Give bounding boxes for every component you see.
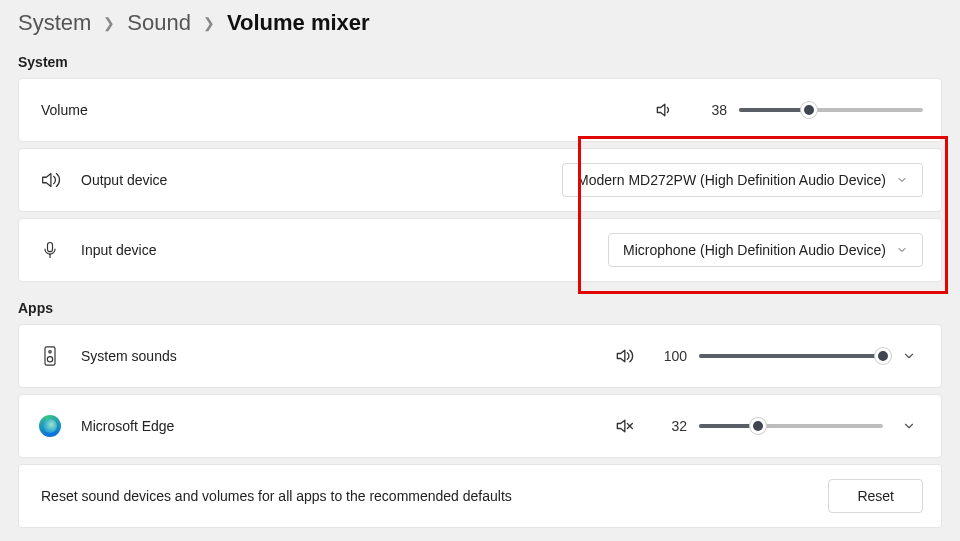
svg-point-3 — [49, 351, 52, 354]
app-edge-label: Microsoft Edge — [81, 418, 611, 434]
speaker-muted-icon[interactable] — [611, 416, 637, 436]
app-system-sounds-slider[interactable] — [699, 346, 883, 366]
chevron-right-icon: ❯ — [103, 15, 115, 31]
chevron-right-icon: ❯ — [203, 15, 215, 31]
app-edge-row: Microsoft Edge 32 — [18, 394, 942, 458]
input-device-dropdown[interactable]: Microphone (High Definition Audio Device… — [608, 233, 923, 267]
speaker-icon[interactable] — [611, 346, 637, 366]
app-system-sounds-row: System sounds 100 — [18, 324, 942, 388]
reset-row: Reset sound devices and volumes for all … — [18, 464, 942, 528]
breadcrumb-current: Volume mixer — [227, 10, 370, 36]
input-device-selected: Microphone (High Definition Audio Device… — [623, 242, 886, 258]
output-device-selected: Modern MD272PW (High Definition Audio De… — [577, 172, 886, 188]
section-label-apps: Apps — [18, 300, 942, 316]
edge-icon — [37, 415, 63, 437]
output-device-dropdown[interactable]: Modern MD272PW (High Definition Audio De… — [562, 163, 923, 197]
app-system-sounds-label: System sounds — [81, 348, 611, 364]
chevron-down-icon — [896, 244, 908, 256]
section-label-system: System — [18, 54, 942, 70]
speaker-device-icon — [37, 344, 63, 368]
app-edge-value: 32 — [661, 418, 687, 434]
app-edge-slider[interactable] — [699, 416, 883, 436]
output-device-row: Output device Modern MD272PW (High Defin… — [18, 148, 942, 212]
svg-rect-0 — [48, 243, 53, 252]
speaker-out-icon — [37, 169, 63, 191]
chevron-down-icon — [896, 174, 908, 186]
breadcrumb: System ❯ Sound ❯ Volume mixer — [18, 0, 942, 50]
expand-system-sounds[interactable] — [895, 342, 923, 370]
volume-value: 38 — [701, 102, 727, 118]
microphone-icon — [37, 240, 63, 260]
reset-description: Reset sound devices and volumes for all … — [41, 488, 828, 504]
breadcrumb-sound[interactable]: Sound — [127, 10, 191, 36]
input-device-label: Input device — [81, 242, 608, 258]
volume-slider[interactable] — [739, 100, 923, 120]
svg-point-4 — [47, 357, 52, 362]
breadcrumb-system[interactable]: System — [18, 10, 91, 36]
volume-row: Volume 38 — [18, 78, 942, 142]
volume-label: Volume — [41, 102, 651, 118]
speaker-icon[interactable] — [651, 100, 677, 120]
app-system-sounds-value: 100 — [661, 348, 687, 364]
expand-edge[interactable] — [895, 412, 923, 440]
input-device-row: Input device Microphone (High Definition… — [18, 218, 942, 282]
output-device-label: Output device — [81, 172, 562, 188]
reset-button[interactable]: Reset — [828, 479, 923, 513]
